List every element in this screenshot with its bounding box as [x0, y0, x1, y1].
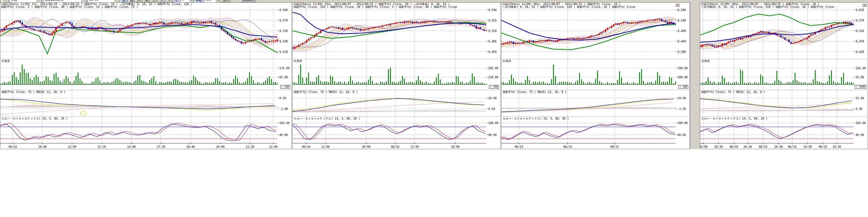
period-month-button[interactable]: 月	[151, 0, 157, 2]
period-minute-button[interactable]: 分	[159, 0, 165, 2]
chart-canvas[interactable]: 06/1510:4012:0013:2014:4017:2018:4020:00…	[0, 3, 291, 149]
time-axis-label: 13:20	[97, 145, 106, 148]
time-axis-label: 10:40	[38, 145, 46, 148]
price-axis-label: 9,490	[678, 29, 686, 32]
price-axis-label: 9,440	[678, 40, 686, 43]
price-axis-label: 9,470	[856, 40, 864, 43]
panel-title-line2: 移動平均( Close, 150 ) 移動平均( Close, 20 ) 移動平…	[293, 6, 457, 8]
macd-axis-label: 24.00	[678, 97, 686, 100]
volume-axis-label: 175.00	[279, 67, 289, 70]
time-axis-label: 14:40	[127, 145, 135, 148]
time-axis-label: 16:30	[744, 145, 752, 148]
volume-axis-label: 700.00	[678, 67, 688, 70]
panel-title: 日経225mini 11/09( 5分, 2011/06/10 - 2011/0…	[1, 3, 192, 8]
panel-title-line2: 移動平均( Close, 5 ) 移動平均( Close, 40 ) 移動平均(…	[1, 6, 192, 8]
stoch-pane-header: スロー・ストキャスティクス( 14, 3, 80, 20 )	[503, 117, 569, 120]
time-axis-label: 06/10	[730, 145, 738, 148]
stoch-percent-k-line	[0, 124, 276, 141]
bars-label: 本数	[194, 0, 203, 2]
apply-button[interactable]: 適用	[221, 0, 230, 2]
price-axis-label: 9,530	[279, 40, 288, 43]
volume-pane-header: 出来高	[503, 60, 511, 62]
price-axis-label: 9,520	[488, 29, 497, 32]
horizontal-gridlines	[501, 10, 676, 135]
time-axis-label: 12:00	[410, 145, 419, 148]
macd-axis-label: 4.50	[856, 107, 862, 110]
stoch-percent-d-line	[700, 124, 853, 138]
time-axis-label: 06/13	[515, 145, 523, 148]
macd-pane-header: 移動平均( Close, 75 ) MACD( 12, 26, 9 )	[294, 91, 358, 93]
volume-bars	[292, 65, 487, 84]
macd-axis-label: 26.00	[488, 97, 497, 100]
ashi-button[interactable]: 足	[121, 0, 127, 2]
volume-bars	[0, 65, 278, 84]
time-axis-label: 06/15	[610, 145, 619, 148]
macd-signal-line	[0, 99, 275, 110]
stoch-axis-label: 100.00	[678, 121, 688, 125]
volume-pane-header: 出来高	[294, 60, 302, 62]
panel-title: 日経225mini 11/09( 30分, 2011/06/07 - 2011/…	[502, 3, 635, 8]
macd-axis-label: 9.50	[279, 97, 286, 100]
annotation-circle	[81, 111, 86, 115]
chart-panel-60min: 06/0916:3006/1016:3006/1316:3006/1416:30…	[700, 2, 868, 149]
time-axis-label: 16:30	[803, 145, 812, 148]
volume-bars	[501, 65, 676, 84]
macd-pane-header: 移動平均( Close, 75 ) MACD( 12, 26, 9 )	[1, 91, 65, 93]
price-axis-label: 9,390	[678, 50, 686, 53]
time-axis-label: 12:00	[321, 145, 330, 148]
price-axis-label: 9,570	[856, 19, 864, 22]
multi-symbol-button[interactable]: 複数銘柄	[240, 0, 256, 2]
volume-scale-box: × 100	[280, 85, 290, 89]
macd-pane-header: 移動平均( Close, 75 ) MACD( 12, 26, 9 )	[701, 91, 765, 93]
time-axis-label: 06/14	[788, 145, 796, 148]
period-week-button[interactable]: 週	[143, 0, 150, 2]
time-axis-label: 06/15	[8, 145, 17, 148]
macd-axis-label: -1.50	[678, 107, 686, 110]
chart-canvas[interactable]: 06/1306/1406/159,5909,5409,4909,4409,390…	[501, 3, 689, 149]
panel-title-line2: 一目均衡表( 9, 26, 52 ) 移動平均( Close, 150 ) 移動…	[701, 6, 834, 8]
time-axis-label: 06/14	[302, 145, 310, 148]
time-axis-label: 22:40	[269, 145, 277, 148]
price-axis-label: 9,485	[488, 40, 497, 43]
stoch-axis-label: 100.00	[279, 121, 289, 125]
macd-axis-label: 4.50	[488, 107, 495, 110]
time-axis-label: 06/15	[391, 145, 400, 148]
volume-pane-header: 出来高	[1, 60, 10, 62]
time-axis-label: 20:00	[362, 145, 371, 148]
macd-axis-label: -2.00	[279, 107, 288, 110]
window-gap-strip	[690, 2, 701, 149]
chart-type-icon[interactable]: ▨	[128, 0, 134, 2]
chart-panel-15min: 06/1412:0020:0006/1512:0020:009,5909,555…	[292, 2, 501, 149]
volume-axis-label: 55.00	[856, 76, 864, 79]
macd-line	[292, 99, 484, 112]
period-day-button[interactable]: 日	[136, 0, 142, 2]
volume-axis-label: 300.00	[678, 76, 688, 79]
price-axis-label: 9,555	[488, 19, 497, 22]
time-axis-label: 17:20	[157, 145, 165, 148]
time-axis-label: 06/09	[700, 145, 707, 148]
period-year-button[interactable]: 年	[166, 0, 173, 2]
scroll-down-button[interactable]: ▼	[675, 3, 680, 7]
volume-scale-box: × 100	[678, 85, 688, 89]
chart-canvas[interactable]: 06/1412:0020:0006/1512:0020:009,5909,555…	[292, 3, 500, 149]
macd-pane-header: 移動平均( Close, 75 ) MACD( 12, 26, 9 )	[503, 91, 567, 93]
time-axis-label: 20:00	[451, 145, 459, 148]
chart-panel-5min: 06/1510:4012:0013:2014:4017:2018:4020:00…	[0, 2, 292, 149]
time-axis-label: 12:00	[68, 145, 76, 148]
scroll-down-button[interactable]: ▼	[862, 3, 867, 7]
price-axis-label: 9,540	[678, 19, 686, 22]
price-axis-label: 9,550	[279, 29, 288, 32]
stoch-axis-label: 40.00	[279, 133, 288, 136]
price-axis-label: 9,590	[488, 8, 497, 11]
time-axis-label: 16:30	[832, 145, 841, 148]
time-axis-label: 18:40	[187, 145, 195, 148]
stoch-axis-label: 40.00	[678, 133, 686, 136]
macd-signal-line	[700, 98, 852, 108]
price-axis-label: 9,450	[488, 50, 497, 53]
stoch-pane-header: スロー・ストキャスティクス( 14, 3, 80, 20 )	[1, 117, 68, 120]
volume-scale-box: × 100	[489, 85, 499, 89]
chart-canvas[interactable]: 06/0916:3006/1016:3006/1316:3006/1416:30…	[700, 3, 867, 149]
macd-histogram	[700, 109, 854, 111]
price-axis-label: 9,590	[678, 8, 686, 11]
stoch-percent-d-line	[0, 123, 276, 140]
